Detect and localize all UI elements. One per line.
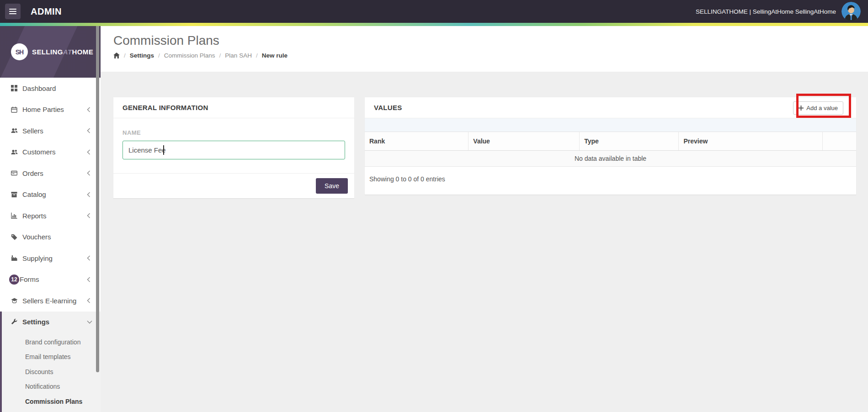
sidebar-item-vouchers[interactable]: Vouchers [0,227,101,248]
users-icon [11,127,18,134]
text-cursor [163,145,164,155]
general-information-title: GENERAL INFORMATION [113,97,354,118]
sidebar-item-dashboard[interactable]: Dashboard [0,78,101,99]
sidebar-item-supplying[interactable]: Supplying [0,248,101,269]
forms-count-badge: 12 [9,275,19,285]
sidebar-item-sellers-elearning[interactable]: Sellers E-learning [0,290,101,312]
chevron-left-icon [87,149,91,155]
home-icon[interactable] [113,53,120,58]
sidebar-subitem-commission-plans[interactable]: Commission Plans [2,394,101,409]
sidebar-subitem-brand-configuration[interactable]: Brand configuration [2,335,101,350]
values-title: VALUES [365,97,856,118]
breadcrumb-separator: / [124,52,126,59]
general-information-footer: Save [113,173,354,198]
content-area: GENERAL INFORMATION NAME Save VALUES [101,72,868,412]
sidebar: SH SELLINGATHOME Dashboard Home Parties … [0,26,101,412]
table-toolbar-row [365,118,856,132]
plus-icon [799,106,804,111]
top-navbar: ADMIN SELLINGATHOME | SellingAtHome Sell… [0,0,868,23]
main-content: Commission Plans / Settings / Commission… [101,26,868,412]
factory-icon [11,255,18,261]
empty-table-message: No data available in table [365,151,856,167]
chevron-left-icon [87,255,91,261]
calendar-icon [11,106,18,113]
sidebar-item-catalog[interactable]: Catalog [0,184,101,206]
sidebar-subitem-discounts[interactable]: Discounts [2,364,101,380]
tag-icon [11,234,18,240]
breadcrumb-separator: / [256,52,258,59]
sidebar-subitem-notifications[interactable]: Notifications [2,379,101,394]
sidebar-item-sellers[interactable]: Sellers [0,120,101,142]
column-header-value[interactable]: Value [469,132,580,151]
values-panel: VALUES Add a value Rank Value Type Previ [365,97,856,195]
chevron-left-icon [87,192,91,197]
wrench-icon [11,319,18,325]
sidebar-item-forms[interactable]: 12 Forms [0,269,101,291]
breadcrumb-separator: / [219,52,221,59]
sidebar-item-customers[interactable]: Customers [0,142,101,163]
user-menu-label[interactable]: SELLINGATHOME | SellingAtHome SellingAtH… [696,8,836,15]
chevron-left-icon [87,298,91,303]
accent-gradient-bar [0,23,868,26]
sidebar-logo[interactable]: SH SELLINGATHOME [0,26,101,78]
logo-name: SELLINGATHOME [32,48,93,56]
values-table: Rank Value Type Preview No data availabl… [365,132,856,167]
chevron-left-icon [87,170,91,176]
settings-submenu: Brand configuration Email templates Disc… [2,333,101,409]
sidebar-toggle-button[interactable] [5,4,21,19]
page-header: Commission Plans / Settings / Commission… [101,26,868,72]
sidebar-scrollbar [96,26,99,412]
table-header-row: Rank Value Type Preview [365,132,856,151]
graduation-cap-icon [11,297,18,304]
chevron-left-icon [87,128,91,133]
sidebar-item-orders[interactable]: Orders [0,163,101,184]
column-header-type[interactable]: Type [580,132,679,151]
table-entries-info: Showing 0 to 0 of 0 entries [365,167,856,195]
chevron-left-icon [87,277,91,282]
breadcrumb-new-rule: New rule [262,52,288,59]
general-information-panel: GENERAL INFORMATION NAME Save [113,97,354,198]
page-title: Commission Plans [113,33,868,48]
column-header-actions [823,132,856,151]
breadcrumb-plan-sah[interactable]: Plan SAH [225,52,252,59]
sidebar-item-settings[interactable]: Settings [2,312,101,333]
settings-section-active: Settings Brand configuration Email templ… [0,312,101,412]
chevron-left-icon [87,107,91,112]
breadcrumb: / Settings / Commission Plans / Plan SAH… [113,52,868,59]
users-icon [11,149,18,155]
grid-icon [11,85,18,91]
chevron-left-icon [87,213,91,218]
add-value-button[interactable]: Add a value [793,101,843,115]
sidebar-subitem-email-templates[interactable]: Email templates [2,349,101,364]
breadcrumb-separator: / [158,52,160,59]
name-field-label: NAME [122,129,345,136]
user-avatar[interactable] [841,2,861,21]
chevron-down-icon [87,320,92,324]
sidebar-item-home-parties[interactable]: Home Parties [0,99,101,121]
column-header-rank[interactable]: Rank [365,132,469,151]
app-brand: ADMIN [31,6,62,17]
logo-sh-badge: SH [11,43,28,60]
sidebar-menu: Dashboard Home Parties Sellers Customers… [0,78,101,312]
breadcrumb-commission-plans[interactable]: Commission Plans [164,52,215,59]
sidebar-scrollbar-thumb[interactable] [96,26,99,372]
name-input[interactable] [122,141,345,159]
bar-chart-icon [11,212,18,219]
list-card-icon [11,170,18,176]
column-header-preview[interactable]: Preview [679,132,823,151]
breadcrumb-settings[interactable]: Settings [130,52,154,59]
archive-box-icon [11,191,18,198]
empty-table-row: No data available in table [365,151,856,167]
save-button[interactable]: Save [316,178,348,194]
sidebar-item-reports[interactable]: Reports [0,205,101,227]
